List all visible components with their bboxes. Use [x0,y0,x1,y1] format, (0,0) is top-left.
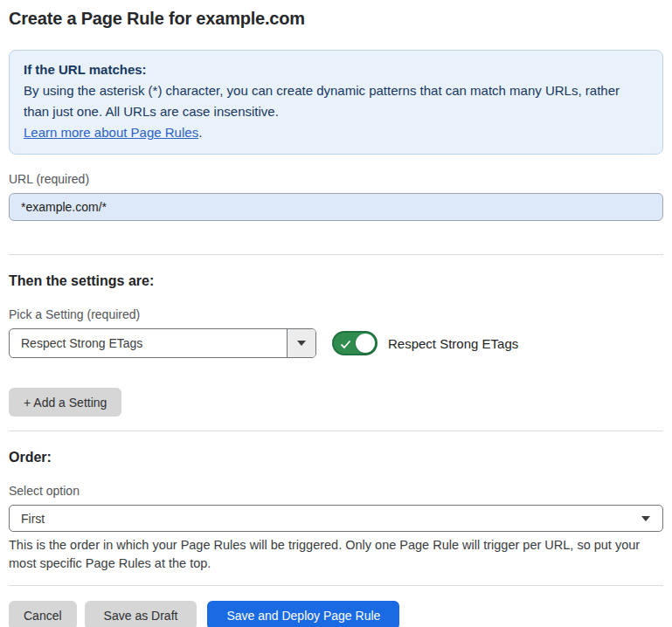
order-select-value: First [10,512,45,526]
section-divider [9,431,663,431]
order-heading: Order: [9,450,663,465]
setting-select[interactable]: Respect Strong ETags [9,328,316,358]
info-box-link-line: Learn more about Page Rules. [24,122,648,143]
triangle-glyph [641,516,650,521]
cancel-button[interactable]: Cancel [9,601,77,627]
order-select[interactable]: First [9,505,663,532]
setting-select-value: Respect Strong ETags [10,336,142,350]
pick-setting-label: Pick a Setting (required) [9,307,663,321]
etags-toggle[interactable] [332,331,378,355]
chevron-down-icon [641,516,662,521]
section-divider [9,254,663,255]
url-match-info-box: If the URL matches: By using the asteris… [9,50,663,155]
learn-more-link[interactable]: Learn more about Page Rules [24,125,198,140]
page-title: Create a Page Rule for example.com [9,9,663,29]
check-icon [340,338,351,354]
form-actions: Cancel Save as Draft Save and Deploy Pag… [9,601,663,627]
url-label: URL (required) [9,172,663,186]
info-box-body: By using the asterisk (*) character, you… [24,80,648,122]
order-select-label: Select option [9,484,663,498]
link-period: . [198,125,202,140]
info-box-heading: If the URL matches: [24,59,648,80]
url-input[interactable] [9,193,663,221]
save-deploy-button[interactable]: Save and Deploy Page Rule [207,601,399,627]
create-page-rule-form: Create a Page Rule for example.com If th… [0,0,672,627]
toggle-label: Respect Strong ETags [388,336,518,351]
chevron-down-icon[interactable] [287,329,315,357]
add-setting-button[interactable]: + Add a Setting [9,388,121,417]
footer-divider [9,585,663,586]
save-draft-button[interactable]: Save as Draft [85,601,197,627]
settings-heading: Then the settings are: [9,273,663,289]
toggle-knob [356,334,375,353]
triangle-glyph [297,341,306,346]
setting-row: Respect Strong ETags Respect Strong ETag… [9,328,663,358]
order-help-text: This is the order in which your Page Rul… [9,536,663,573]
